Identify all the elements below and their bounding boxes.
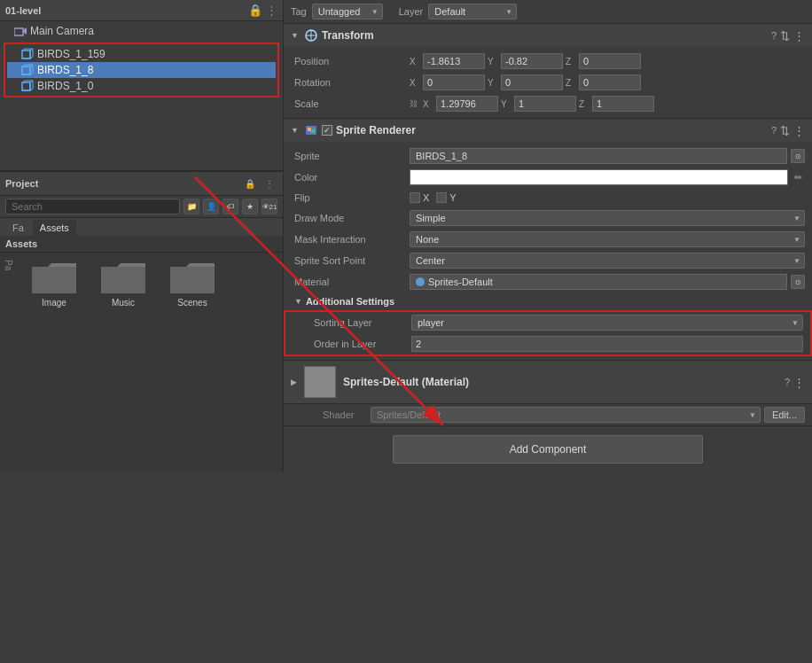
transform-component-icons: ? ⇅ ⋮ — [771, 29, 805, 43]
project-person-icon[interactable]: 👤 — [203, 199, 219, 214]
scale-y-input[interactable] — [514, 96, 576, 112]
material-section-header: ▶ Sprites-Default (Material) ? ⋮ — [284, 361, 812, 404]
rotation-xyz: X Y Z — [410, 74, 805, 90]
scale-x-input[interactable] — [436, 96, 498, 112]
material-collapse-arrow[interactable]: ▶ — [291, 378, 297, 386]
rotation-y-input[interactable] — [501, 74, 563, 90]
assets-title: Assets — [5, 238, 37, 249]
transform-settings-icon[interactable]: ⇅ — [780, 29, 790, 43]
layer-label: Layer — [399, 6, 424, 17]
color-pencil-btn[interactable]: ✏ — [792, 170, 805, 184]
flip-y-label: Y — [449, 192, 456, 203]
hierarchy-item-birds-159[interactable]: BIRDS_1_159 — [7, 46, 276, 62]
scale-xyz: ⛓ X Y Z — [410, 96, 805, 112]
transform-scale-row: Scale ⛓ X Y Z — [284, 93, 812, 114]
shader-value-dropdown[interactable]: Sprites/Default ▼ — [371, 407, 761, 423]
hierarchy-item-birds-8[interactable]: BIRDS_1_8 — [7, 62, 276, 78]
asset-item-image[interactable]: Image — [23, 260, 85, 308]
rotation-z-input[interactable] — [579, 74, 641, 90]
sprite-renderer-header[interactable]: ▼ Sprite Renderer ? ⇅ ⋮ — [284, 119, 812, 142]
flip-x-label: X — [423, 192, 429, 203]
sprite-value-group: BIRDS_1_8 ⊙ — [410, 148, 805, 164]
project-menu-icon[interactable]: ⋮ — [262, 176, 277, 191]
position-x-input[interactable] — [423, 53, 485, 69]
transform-menu-icon[interactable]: ⋮ — [793, 29, 805, 43]
hierarchy-item-birds-0[interactable]: BIRDS_1_0 — [7, 78, 276, 94]
sprite-sort-point-dropdown[interactable]: Center ▼ — [410, 253, 805, 269]
project-panel-icons: 🔒 ⋮ — [242, 176, 277, 191]
project-lock-icon[interactable]: 🔒 — [242, 176, 258, 191]
add-component-button[interactable]: Add Component — [393, 435, 703, 464]
rotation-x-input[interactable] — [423, 74, 485, 90]
draw-mode-dropdown[interactable]: Simple ▼ — [410, 210, 805, 226]
color-swatch[interactable] — [410, 169, 788, 185]
project-folder-icon[interactable]: 📁 — [183, 199, 199, 214]
sprite-renderer-help-icon[interactable]: ? — [771, 125, 777, 136]
shader-edit-button[interactable]: Edit... — [764, 407, 805, 423]
hierarchy-lock-icon[interactable]: 🔒 — [248, 4, 262, 17]
sprite-renderer-icon — [304, 123, 318, 137]
transform-help-icon[interactable]: ? — [771, 30, 777, 41]
hierarchy-menu-icon[interactable]: ⋮ — [266, 4, 277, 17]
material-help-icon[interactable]: ? — [785, 377, 790, 387]
asset-item-music[interactable]: Music — [92, 260, 154, 308]
position-x-label: X — [410, 57, 420, 66]
sprite-renderer-settings-icon[interactable]: ⇅ — [780, 124, 790, 137]
inspector-panel: Tag Untagged ▼ Layer Default ▼ ▼ — [284, 0, 812, 472]
project-tag-icon[interactable]: 🏷 — [223, 199, 238, 214]
flip-x-checkbox[interactable] — [410, 192, 420, 203]
rotation-label: Rotation — [294, 77, 410, 88]
camera-icon — [14, 25, 27, 37]
flip-x-check: X — [410, 192, 429, 203]
transform-icon — [304, 28, 318, 43]
position-z-input[interactable] — [579, 53, 641, 69]
tab-favorites[interactable]: Fa — [5, 220, 31, 236]
svg-rect-18 — [308, 128, 311, 131]
hierarchy-list: Main Camera — [0, 21, 283, 103]
hierarchy-title: 01-level — [5, 5, 41, 16]
position-label: Position — [294, 56, 410, 66]
hierarchy-item-label-8: BIRDS_1_8 — [37, 64, 93, 76]
order-in-layer-row: Order in Layer — [285, 333, 810, 355]
hierarchy-item-main-camera[interactable]: Main Camera — [0, 23, 283, 39]
tag-label: Tag — [291, 6, 307, 17]
tag-dropdown[interactable]: Untagged ▼ — [312, 4, 383, 20]
scale-label: Scale — [294, 98, 410, 109]
sprite-renderer-title: Sprite Renderer — [336, 124, 768, 136]
layer-dropdown[interactable]: Default ▼ — [428, 4, 517, 20]
hierarchy-highlight-group: BIRDS_1_159 — [4, 43, 279, 98]
material-target-btn[interactable]: ⊙ — [791, 275, 805, 289]
sorting-layer-arrow: ▼ — [792, 319, 799, 327]
mask-interaction-dropdown[interactable]: None ▼ — [410, 231, 805, 247]
tab-assets[interactable]: Assets — [33, 220, 76, 236]
flip-label: Flip — [294, 192, 410, 203]
sprite-renderer-menu-icon[interactable]: ⋮ — [793, 124, 805, 137]
scale-z-label: Z — [579, 99, 589, 109]
rotation-y-label: Y — [488, 78, 498, 88]
scale-y-label: Y — [501, 99, 511, 109]
transform-component: ▼ Transform ? ⇅ ⋮ — [284, 24, 812, 119]
sprite-renderer-enable-checkbox[interactable] — [322, 125, 332, 136]
sorting-layer-dropdown[interactable]: player ▼ — [411, 315, 803, 331]
transform-body: Position X Y Z Rotation — [284, 47, 812, 118]
project-eye-icon[interactable]: 👁 21 — [262, 199, 277, 214]
order-in-layer-input[interactable] — [411, 336, 803, 352]
sprite-sort-point-arrow: ▼ — [793, 257, 800, 265]
transform-header[interactable]: ▼ Transform ? ⇅ ⋮ — [284, 24, 812, 47]
project-star-icon[interactable]: ★ — [242, 199, 258, 214]
position-y-label: Y — [488, 57, 498, 66]
asset-item-scenes[interactable]: Scenes — [161, 260, 223, 308]
project-search-input[interactable] — [5, 199, 180, 214]
tag-dropdown-arrow: ▼ — [371, 8, 379, 16]
additional-settings-collapse: ▼ — [294, 297, 302, 306]
additional-settings-header[interactable]: ▼ Additional Settings — [284, 292, 812, 310]
scale-z-input[interactable] — [592, 96, 654, 112]
position-y-input[interactable] — [501, 53, 563, 69]
flip-y-checkbox[interactable] — [436, 192, 447, 203]
scale-link-icon[interactable]: ⛓ — [410, 99, 418, 108]
position-z-label: Z — [566, 57, 576, 66]
mask-interaction-label: Mask Interaction — [294, 234, 410, 245]
material-menu-icon[interactable]: ⋮ — [793, 376, 805, 389]
mask-interaction-arrow: ▼ — [793, 236, 800, 244]
sprite-target-btn[interactable]: ⊙ — [791, 149, 805, 163]
